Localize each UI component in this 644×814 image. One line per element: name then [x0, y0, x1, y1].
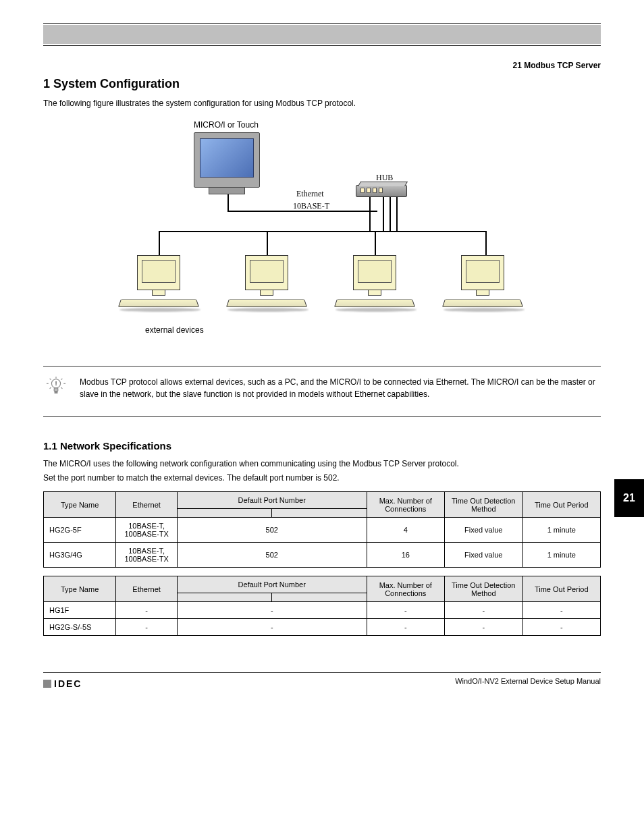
wire [375, 231, 376, 255]
cell: - [367, 602, 445, 619]
wire [485, 231, 487, 255]
cell: HG2G-5F [44, 518, 116, 543]
cell: HG1F [44, 602, 116, 619]
cell: 10BASE-T, 100BASE-TX [116, 518, 178, 543]
chapter-title-bar: 21 [43, 25, 601, 44]
subsection-port-intro: Set the port number to match the externa… [43, 472, 601, 484]
col-eth: Ethernet [116, 576, 178, 602]
svg-line-5 [50, 379, 51, 380]
cell: 4 [367, 518, 445, 543]
cell: - [178, 619, 367, 636]
chapter-heading-right: 21 Modbus TCP Server [43, 61, 601, 70]
cell: HG2G-S/-5S [44, 619, 116, 636]
side-chapter-tab: 21 [614, 479, 644, 517]
col-port-sub2 [272, 509, 367, 518]
lightbulb-icon: ! [46, 376, 66, 398]
cell: - [178, 602, 367, 619]
col-conn: Max. Number of Connections [367, 492, 445, 518]
col-eth: Ethernet [116, 492, 178, 518]
table-row: HG2G-5F 10BASE-T, 100BASE-TX 502 4 Fixed… [44, 518, 601, 543]
wire [159, 231, 160, 255]
col-port: Default Port Number [178, 576, 367, 593]
wire [227, 211, 377, 212]
cell: 502 [178, 543, 367, 568]
cell: 16 [367, 543, 445, 568]
diagram-base-label: 10BASE-T [293, 201, 329, 211]
footer-logo-text: IDEC [54, 678, 82, 689]
network-diagram: MICRO/I or Touch HUB Ethernet 10BASE-T e… [113, 123, 531, 352]
tip-callout: ! Modbus TCP protocol allows external de… [43, 366, 601, 417]
cell: 502 [178, 518, 367, 543]
table-row: HG3G/4G 10BASE-T, 100BASE-TX 502 16 Fixe… [44, 543, 601, 568]
cell: 1 minute [522, 543, 601, 568]
svg-line-8 [61, 387, 63, 389]
logo-square-icon [43, 680, 51, 688]
pc-icon [227, 255, 308, 312]
diagram-device-label: MICRO/I or Touch [194, 120, 259, 130]
spec-table-1: Type Name Ethernet Default Port Number M… [43, 491, 601, 568]
cell: Fixed value [445, 543, 523, 568]
wire [227, 194, 229, 211]
col-method: Time Out Detection Method [445, 576, 523, 602]
col-type: Type Name [44, 492, 116, 518]
svg-rect-9 [55, 391, 57, 393]
subsection-body: The MICRO/I uses the following network c… [43, 458, 601, 470]
spec-table-2: Type Name Ethernet Default Port Number M… [43, 576, 601, 636]
page-footer: IDEC WindO/I-NV2 External Device Setup M… [43, 672, 601, 699]
col-method: Time Out Detection Method [445, 492, 523, 518]
cell: - [522, 619, 601, 636]
cell: - [367, 619, 445, 636]
svg-text:!: ! [55, 380, 57, 387]
col-period: Time Out Period [522, 576, 601, 602]
svg-rect-1 [54, 388, 58, 391]
col-port: Default Port Number [178, 492, 367, 509]
section-title: 1 System Configuration [43, 77, 601, 91]
diagram-external-label: external devices [145, 325, 204, 335]
cell: - [445, 602, 523, 619]
cell: - [116, 602, 178, 619]
footer-logo: IDEC [43, 678, 82, 689]
hub-device-icon [356, 185, 407, 197]
section-intro: The following figure illustrates the sys… [43, 98, 601, 109]
svg-line-7 [50, 387, 51, 389]
svg-line-6 [61, 379, 63, 380]
cell: 10BASE-T, 100BASE-TX [116, 543, 178, 568]
cell: HG3G/4G [44, 543, 116, 568]
col-type: Type Name [44, 576, 116, 602]
wire [267, 231, 268, 255]
col-port-sub1 [178, 593, 272, 602]
title-bar-underline [43, 45, 601, 46]
col-port-sub1 [178, 509, 272, 518]
cell: - [522, 602, 601, 619]
pc-icon [119, 255, 200, 312]
subsection-title: 1.1 Network Specifications [43, 440, 601, 452]
wire [369, 197, 371, 231]
diagram-ethernet-label: Ethernet [296, 189, 324, 199]
wire [383, 197, 384, 231]
cell: Fixed value [445, 518, 523, 543]
col-port-sub2 [272, 593, 367, 602]
cell: - [445, 619, 523, 636]
pc-icon [336, 255, 417, 312]
side-chapter-label: 21 [623, 492, 635, 504]
col-period: Time Out Period [522, 492, 601, 518]
footer-manual-title: WindO/I-NV2 External Device Setup Manual [455, 677, 601, 685]
wire [396, 197, 398, 231]
table-row: HG2G-S/-5S - - - - - [44, 619, 601, 636]
cell: - [116, 619, 178, 636]
wire [390, 197, 391, 231]
pc-icon [444, 255, 525, 312]
table-row: HG1F - - - - - [44, 602, 601, 619]
tip-text: Modbus TCP protocol allows external devi… [80, 376, 601, 400]
top-rule [43, 23, 601, 24]
cell: 1 minute [522, 518, 601, 543]
wire [159, 231, 487, 232]
col-conn: Max. Number of Connections [367, 576, 445, 602]
hmi-device-icon [194, 132, 260, 194]
